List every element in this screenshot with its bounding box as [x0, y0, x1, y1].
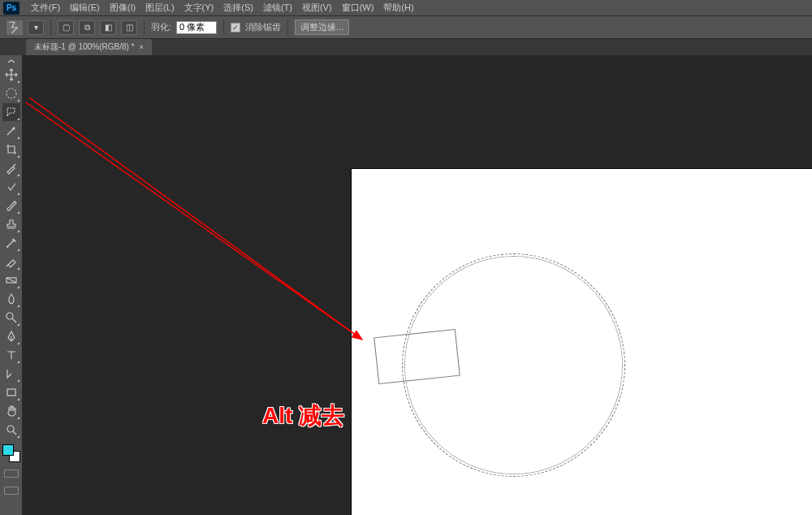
menu-image[interactable]: 图像(I): [105, 0, 140, 15]
color-swatches[interactable]: [2, 444, 20, 462]
antialias-label: 消除锯齿: [245, 21, 281, 33]
subtract-selection-icon[interactable]: ◧: [100, 20, 116, 35]
menu-window[interactable]: 窗口(W): [337, 0, 379, 15]
type-tool[interactable]: [2, 346, 20, 364]
svg-line-6: [29, 97, 362, 340]
menu-filter[interactable]: 滤镜(T): [258, 0, 297, 15]
feather-input[interactable]: [176, 21, 217, 34]
antialias-checkbox[interactable]: ✓: [231, 23, 240, 32]
eyedropper-tool[interactable]: [2, 159, 20, 177]
tab-title: 未标题-1 @ 100%(RGB/8) *: [34, 41, 135, 53]
chevron-down-icon[interactable]: ▾: [28, 20, 44, 35]
lasso-rectangle: [374, 329, 460, 384]
screenmode-toggle[interactable]: [2, 485, 20, 496]
document-canvas[interactable]: [352, 169, 812, 515]
svg-point-0: [6, 89, 16, 98]
marquee-tool[interactable]: [2, 84, 20, 102]
new-selection-icon[interactable]: ▢: [58, 20, 74, 35]
svg-point-4: [7, 426, 14, 432]
menu-help[interactable]: 帮助(H): [378, 0, 418, 15]
path-tool[interactable]: [2, 365, 20, 383]
toolbar: [0, 55, 23, 515]
workspace: Alt 减去: [0, 55, 812, 515]
menu-file[interactable]: 文件(F): [26, 0, 65, 15]
svg-rect-3: [7, 389, 15, 396]
divider: [50, 20, 51, 35]
healing-tool[interactable]: [2, 178, 20, 196]
feather-label: 羽化:: [151, 21, 171, 33]
menu-bar: Ps 文件(F) 编辑(E) 图像(I) 图层(L) 文字(Y) 选择(S) 滤…: [0, 0, 812, 16]
move-tool[interactable]: [2, 66, 20, 84]
intersect-selection-icon[interactable]: ◫: [121, 20, 137, 35]
lasso-tool[interactable]: [2, 103, 20, 121]
menu-view[interactable]: 视图(V): [297, 0, 337, 15]
close-icon[interactable]: ×: [140, 43, 144, 51]
pen-tool[interactable]: [2, 327, 20, 345]
divider: [287, 20, 288, 35]
gradient-tool[interactable]: [2, 271, 20, 289]
quickmask-toggle[interactable]: [2, 468, 20, 479]
svg-line-7: [26, 102, 362, 340]
canvas-area[interactable]: Alt 减去: [23, 55, 812, 515]
brush-tool[interactable]: [2, 197, 20, 214]
rectangle-tool[interactable]: [2, 383, 20, 401]
options-bar: ▾ ▢ ⧉ ◧ ◫ 羽化: ✓ 消除锯齿 调整边缘...: [0, 16, 812, 39]
menu-type[interactable]: 文字(Y): [179, 0, 219, 15]
document-tab[interactable]: 未标题-1 @ 100%(RGB/8) * ×: [26, 39, 152, 55]
eraser-tool[interactable]: [2, 253, 20, 270]
svg-point-2: [6, 313, 13, 319]
add-selection-icon[interactable]: ⧉: [79, 20, 95, 35]
divider: [223, 20, 224, 35]
zoom-tool[interactable]: [2, 421, 20, 439]
foreground-color-swatch[interactable]: [2, 444, 14, 456]
ps-logo-icon: Ps: [3, 2, 19, 15]
menu-layer[interactable]: 图层(L): [140, 0, 179, 15]
blur-tool[interactable]: [2, 290, 20, 308]
tool-preset-icon[interactable]: [6, 20, 23, 35]
stamp-tool[interactable]: [2, 215, 20, 233]
hand-tool[interactable]: [2, 402, 20, 420]
crop-tool[interactable]: [2, 141, 20, 158]
history-brush-tool[interactable]: [2, 234, 20, 252]
wand-tool[interactable]: [2, 122, 20, 140]
refine-edge-button[interactable]: 调整边缘...: [295, 19, 349, 35]
menu-edit[interactable]: 编辑(E): [65, 0, 105, 15]
collapse-icon[interactable]: [2, 58, 20, 65]
divider: [144, 20, 145, 35]
dodge-tool[interactable]: [2, 309, 20, 327]
tab-bar: 未标题-1 @ 100%(RGB/8) * ×: [0, 39, 812, 55]
menu-select[interactable]: 选择(S): [218, 0, 258, 15]
annotation-text: Alt 减去: [262, 400, 344, 431]
